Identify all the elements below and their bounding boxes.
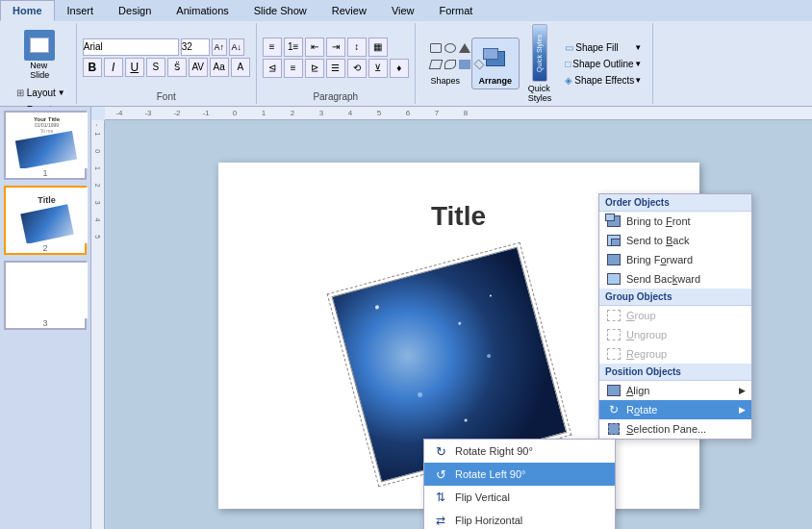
increase-indent-button[interactable]: ⇥ (326, 38, 345, 57)
arrange-dropdown: Order Objects Bring to Front Send to Bac… (598, 193, 752, 440)
rotate-icon: ↻ (605, 403, 622, 416)
ungroup-label: Ungroup (626, 329, 667, 340)
shape-fill-button[interactable]: ▭ Shape Fill ▼ (560, 40, 647, 55)
columns-button[interactable]: ▦ (368, 38, 388, 57)
ribbon-group-drawing: Shapes Arrange Quick Style (416, 23, 654, 104)
regroup-icon (605, 347, 622, 361)
smartart-button[interactable]: ♦ (390, 59, 409, 78)
ruler-horizontal: -4-3 -2-1 01 23 45 67 8 (105, 107, 812, 120)
bullet-list-button[interactable]: ≡ (263, 38, 282, 57)
rotate-right-item[interactable]: ↻ Rotate Right 90° (424, 440, 615, 463)
slide-thumb-3[interactable]: 3 (4, 261, 87, 330)
new-slide-label: NewSlide (30, 61, 49, 80)
number-list-button[interactable]: 1≡ (284, 38, 303, 57)
group-objects-header: Group Objects (599, 289, 751, 306)
rotate-left-icon: ↺ (432, 466, 449, 482)
flip-vertical-icon: ⇅ (432, 490, 449, 505)
quick-styles-button[interactable]: Quick Styles QuickStyles (521, 20, 559, 107)
flip-horizontal-label: Flip Horizontal (455, 515, 522, 526)
new-slide-button[interactable]: NewSlide (17, 25, 62, 85)
increase-font-button[interactable]: A↑ (212, 38, 227, 56)
font-color-button[interactable]: A (231, 58, 250, 77)
font-name-input[interactable] (83, 38, 179, 56)
rotate-left-label: Rotate Left 90° (455, 468, 526, 480)
underline-button[interactable]: U (125, 58, 144, 77)
send-to-back-label: Send to Back (626, 235, 689, 246)
slide-title: Title (431, 201, 486, 232)
line-spacing-button[interactable]: ↕ (347, 38, 367, 57)
ruler-vertical: -1 0 1 2 3 4 5 (91, 120, 105, 529)
text-direction-button[interactable]: ⟲ (347, 59, 367, 78)
tab-home[interactable]: Home (0, 0, 55, 21)
font-case-button[interactable]: Aa (210, 58, 229, 77)
tab-insert[interactable]: Insert (55, 0, 107, 21)
flip-horizontal-item[interactable]: ⇄ Flip Horizontal (424, 509, 615, 529)
layout-button[interactable]: ⊞ Layout ▼ (12, 85, 70, 101)
rotate-item[interactable]: ↻ Rotate ▶ (599, 400, 751, 419)
align-right-button[interactable]: ⊵ (305, 59, 324, 78)
slides-panel: Your Title 01/01/1999 To me 1 Title 2 3 (0, 107, 91, 529)
flip-horizontal-icon: ⇄ (432, 513, 449, 528)
rotate-label: Rotate (626, 404, 657, 416)
font-size-input[interactable] (181, 38, 210, 56)
flip-vertical-label: Flip Vertical (455, 491, 510, 503)
tab-view[interactable]: View (379, 0, 427, 21)
shadow-button[interactable]: S̈ (167, 58, 187, 77)
align-text-button[interactable]: ⊻ (368, 59, 388, 78)
char-spacing-button[interactable]: AV (189, 58, 208, 77)
send-to-back-icon (605, 234, 622, 247)
ungroup-item[interactable]: Ungroup (599, 325, 751, 344)
shape-outline-label: Shape Outline (572, 59, 633, 69)
selection-pane-label: Selection Pane... (626, 423, 706, 435)
main-area: Your Title 01/01/1999 To me 1 Title 2 3 (0, 107, 812, 529)
shape-effects-label: Shape Effects (574, 75, 634, 86)
ungroup-icon (605, 328, 622, 341)
rotate-submenu: ↻ Rotate Right 90° ↺ Rotate Left 90° ⇅ F… (423, 439, 616, 529)
order-objects-header: Order Objects (599, 194, 751, 212)
group-label: Group (626, 310, 656, 321)
rotate-left-item[interactable]: ↺ Rotate Left 90° (424, 463, 615, 486)
justify-button[interactable]: ☰ (326, 59, 345, 78)
ribbon-content: NewSlide ⊞ Layout ▼ ↺ Reset ✕ Delete Sli… (0, 21, 812, 106)
strikethrough-button[interactable]: S (146, 58, 165, 77)
ribbon-group-paragraph: ≡ 1≡ ⇤ ⇥ ↕ ▦ ⊴ ≡ ⊵ ☰ ⟲ ⊻ ♦ Paragraph (257, 23, 416, 104)
bring-to-front-item[interactable]: Bring to Front (599, 212, 751, 231)
selection-pane-item[interactable]: Selection Pane... (599, 419, 751, 439)
shape-outline-button[interactable]: □ Shape Outline ▼ (560, 57, 647, 71)
bring-forward-item[interactable]: Bring Forward (599, 250, 751, 269)
tab-slideshow[interactable]: Slide Show (241, 0, 319, 21)
slide-thumb-1[interactable]: Your Title 01/01/1999 To me 1 (4, 111, 87, 180)
shape-effects-button[interactable]: ◈ Shape Effects ▼ (560, 73, 647, 88)
tab-design[interactable]: Design (106, 0, 164, 21)
bold-button[interactable]: B (83, 58, 102, 77)
ribbon-group-slides: NewSlide ⊞ Layout ▼ ↺ Reset ✕ Delete Sli… (4, 23, 77, 104)
group-item[interactable]: Group (599, 306, 751, 325)
send-backward-icon (605, 272, 622, 286)
tab-review[interactable]: Review (319, 0, 379, 21)
decrease-indent-button[interactable]: ⇤ (305, 38, 324, 57)
tab-format[interactable]: Format (427, 0, 486, 21)
send-to-back-item[interactable]: Send to Back (599, 231, 751, 250)
send-backward-item[interactable]: Send Backward (599, 269, 751, 289)
ribbon-group-font: A↑ A↓ B I U S S̈ AV Aa A Font (77, 23, 257, 104)
shapes-label: Shapes (430, 76, 460, 86)
bring-forward-label: Bring Forward (626, 254, 693, 265)
bring-to-front-icon (605, 214, 622, 228)
regroup-item[interactable]: Regroup (599, 344, 751, 364)
decrease-font-button[interactable]: A↓ (229, 38, 244, 56)
tab-animations[interactable]: Animations (164, 0, 241, 21)
slide-thumb-2[interactable]: Title 2 (4, 186, 87, 255)
italic-button[interactable]: I (104, 58, 123, 77)
align-center-button[interactable]: ≡ (284, 59, 303, 78)
align-item[interactable]: Align ▶ (599, 381, 751, 400)
flip-vertical-item[interactable]: ⇅ Flip Vertical (424, 486, 615, 509)
align-label: Align (626, 385, 649, 396)
shapes-button[interactable]: Shapes (421, 38, 469, 89)
send-backward-label: Send Backward (626, 273, 700, 285)
shape-fill-label: Shape Fill (575, 42, 618, 53)
group-icon (605, 309, 622, 322)
align-icon (605, 384, 622, 397)
quick-styles-label: Quick Styles (536, 35, 543, 72)
align-left-button[interactable]: ⊴ (263, 59, 282, 78)
rotate-arrow: ▶ (739, 405, 746, 415)
